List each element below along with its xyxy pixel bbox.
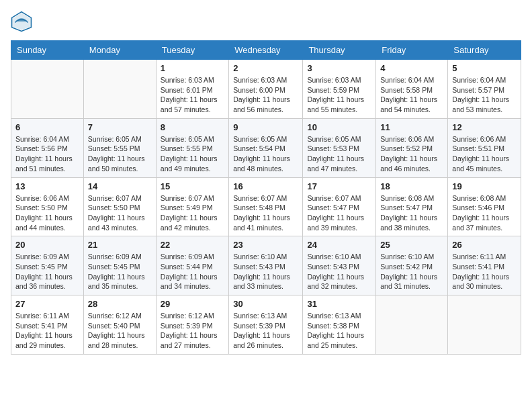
- calendar-cell: 6Sunrise: 6:04 AM Sunset: 5:56 PM Daylig…: [11, 118, 84, 177]
- calendar-cell: 9Sunrise: 6:05 AM Sunset: 5:54 PM Daylig…: [229, 118, 303, 177]
- calendar-week-1: 1Sunrise: 6:03 AM Sunset: 6:01 PM Daylig…: [11, 60, 521, 119]
- calendar-cell: 7Sunrise: 6:05 AM Sunset: 5:55 PM Daylig…: [83, 118, 156, 177]
- day-header-friday: Friday: [376, 41, 448, 60]
- cell-info: Sunrise: 6:10 AM Sunset: 5:43 PM Dayligh…: [233, 252, 298, 291]
- calendar-cell: [376, 295, 448, 355]
- cell-info: Sunrise: 6:04 AM Sunset: 5:56 PM Dayligh…: [15, 134, 79, 174]
- calendar-cell: 19Sunrise: 6:08 AM Sunset: 5:46 PM Dayli…: [448, 177, 521, 236]
- calendar-cell: 15Sunrise: 6:07 AM Sunset: 5:49 PM Dayli…: [156, 177, 228, 236]
- day-header-saturday: Saturday: [448, 41, 521, 60]
- day-number: 24: [307, 240, 371, 250]
- cell-info: Sunrise: 6:12 AM Sunset: 5:40 PM Dayligh…: [88, 311, 152, 351]
- cell-info: Sunrise: 6:10 AM Sunset: 5:43 PM Dayligh…: [307, 252, 371, 291]
- cell-info: Sunrise: 6:04 AM Sunset: 5:57 PM Dayligh…: [452, 75, 517, 115]
- day-number: 20: [15, 240, 79, 250]
- cell-info: Sunrise: 6:05 AM Sunset: 5:53 PM Dayligh…: [307, 134, 371, 174]
- day-number: 25: [380, 240, 443, 250]
- calendar-week-5: 27Sunrise: 6:11 AM Sunset: 5:41 PM Dayli…: [11, 295, 521, 355]
- calendar-body: 1Sunrise: 6:03 AM Sunset: 6:01 PM Daylig…: [11, 60, 521, 355]
- day-header-thursday: Thursday: [303, 41, 376, 60]
- cell-info: Sunrise: 6:09 AM Sunset: 5:45 PM Dayligh…: [88, 252, 152, 291]
- cell-info: Sunrise: 6:03 AM Sunset: 6:00 PM Dayligh…: [233, 75, 298, 115]
- cell-info: Sunrise: 6:08 AM Sunset: 5:46 PM Dayligh…: [452, 193, 517, 233]
- calendar-week-3: 13Sunrise: 6:06 AM Sunset: 5:50 PM Dayli…: [11, 177, 521, 236]
- cell-info: Sunrise: 6:12 AM Sunset: 5:39 PM Dayligh…: [161, 311, 224, 351]
- calendar-cell: 4Sunrise: 6:04 AM Sunset: 5:58 PM Daylig…: [376, 60, 448, 119]
- calendar-cell: [448, 295, 521, 355]
- day-number: 29: [161, 299, 224, 309]
- calendar-header: SundayMondayTuesdayWednesdayThursdayFrid…: [11, 41, 521, 60]
- logo-icon: [11, 11, 32, 32]
- cell-info: Sunrise: 6:06 AM Sunset: 5:52 PM Dayligh…: [380, 134, 443, 174]
- day-number: 11: [380, 122, 443, 132]
- cell-info: Sunrise: 6:03 AM Sunset: 6:01 PM Dayligh…: [161, 75, 224, 115]
- day-number: 31: [307, 299, 371, 309]
- day-number: 4: [380, 63, 443, 73]
- cell-info: Sunrise: 6:11 AM Sunset: 5:41 PM Dayligh…: [452, 252, 517, 291]
- day-number: 21: [88, 240, 152, 250]
- day-number: 19: [452, 181, 517, 191]
- calendar-cell: 28Sunrise: 6:12 AM Sunset: 5:40 PM Dayli…: [83, 295, 156, 355]
- cell-info: Sunrise: 6:07 AM Sunset: 5:50 PM Dayligh…: [88, 193, 152, 233]
- calendar-cell: 10Sunrise: 6:05 AM Sunset: 5:53 PM Dayli…: [303, 118, 376, 177]
- day-header-tuesday: Tuesday: [156, 41, 228, 60]
- cell-info: Sunrise: 6:11 AM Sunset: 5:41 PM Dayligh…: [15, 311, 79, 351]
- calendar-cell: 22Sunrise: 6:09 AM Sunset: 5:44 PM Dayli…: [156, 236, 228, 295]
- day-number: 17: [307, 181, 371, 191]
- calendar-cell: 24Sunrise: 6:10 AM Sunset: 5:43 PM Dayli…: [303, 236, 376, 295]
- calendar-table: SundayMondayTuesdayWednesdayThursdayFrid…: [11, 40, 521, 355]
- cell-info: Sunrise: 6:07 AM Sunset: 5:47 PM Dayligh…: [307, 193, 371, 233]
- cell-info: Sunrise: 6:13 AM Sunset: 5:38 PM Dayligh…: [307, 311, 371, 351]
- cell-info: Sunrise: 6:05 AM Sunset: 5:54 PM Dayligh…: [233, 134, 298, 174]
- calendar-cell: 3Sunrise: 6:03 AM Sunset: 5:59 PM Daylig…: [303, 60, 376, 119]
- day-number: 13: [15, 181, 79, 191]
- cell-info: Sunrise: 6:05 AM Sunset: 5:55 PM Dayligh…: [88, 134, 152, 174]
- day-number: 8: [161, 122, 224, 132]
- day-number: 5: [452, 63, 517, 73]
- calendar-cell: 30Sunrise: 6:13 AM Sunset: 5:39 PM Dayli…: [229, 295, 303, 355]
- cell-info: Sunrise: 6:03 AM Sunset: 5:59 PM Dayligh…: [307, 75, 371, 115]
- day-number: 26: [452, 240, 517, 250]
- day-number: 1: [161, 63, 224, 73]
- calendar-cell: 25Sunrise: 6:10 AM Sunset: 5:42 PM Dayli…: [376, 236, 448, 295]
- cell-info: Sunrise: 6:07 AM Sunset: 5:48 PM Dayligh…: [233, 193, 298, 233]
- day-header-monday: Monday: [83, 41, 156, 60]
- cell-info: Sunrise: 6:09 AM Sunset: 5:44 PM Dayligh…: [161, 252, 224, 291]
- day-number: 12: [452, 122, 517, 132]
- calendar-cell: 8Sunrise: 6:05 AM Sunset: 5:55 PM Daylig…: [156, 118, 228, 177]
- day-number: 16: [233, 181, 298, 191]
- cell-info: Sunrise: 6:06 AM Sunset: 5:50 PM Dayligh…: [15, 193, 79, 233]
- day-number: 18: [380, 181, 443, 191]
- day-number: 10: [307, 122, 371, 132]
- calendar-cell: 20Sunrise: 6:09 AM Sunset: 5:45 PM Dayli…: [11, 236, 84, 295]
- cell-info: Sunrise: 6:04 AM Sunset: 5:58 PM Dayligh…: [380, 75, 443, 115]
- day-number: 27: [15, 299, 79, 309]
- calendar-cell: [11, 60, 84, 119]
- calendar-cell: 21Sunrise: 6:09 AM Sunset: 5:45 PM Dayli…: [83, 236, 156, 295]
- day-number: 28: [88, 299, 152, 309]
- day-number: 15: [161, 181, 224, 191]
- calendar-cell: 23Sunrise: 6:10 AM Sunset: 5:43 PM Dayli…: [229, 236, 303, 295]
- calendar-cell: 5Sunrise: 6:04 AM Sunset: 5:57 PM Daylig…: [448, 60, 521, 119]
- calendar-cell: 2Sunrise: 6:03 AM Sunset: 6:00 PM Daylig…: [229, 60, 303, 119]
- day-number: 2: [233, 63, 298, 73]
- calendar-cell: 11Sunrise: 6:06 AM Sunset: 5:52 PM Dayli…: [376, 118, 448, 177]
- logo: [11, 11, 35, 32]
- calendar-cell: 16Sunrise: 6:07 AM Sunset: 5:48 PM Dayli…: [229, 177, 303, 236]
- cell-info: Sunrise: 6:09 AM Sunset: 5:45 PM Dayligh…: [15, 252, 79, 291]
- calendar-cell: [83, 60, 156, 119]
- day-number: 3: [307, 63, 371, 73]
- calendar-cell: 17Sunrise: 6:07 AM Sunset: 5:47 PM Dayli…: [303, 177, 376, 236]
- cell-info: Sunrise: 6:07 AM Sunset: 5:49 PM Dayligh…: [161, 193, 224, 233]
- day-number: 22: [161, 240, 224, 250]
- cell-info: Sunrise: 6:08 AM Sunset: 5:47 PM Dayligh…: [380, 193, 443, 233]
- day-header-wednesday: Wednesday: [229, 41, 303, 60]
- page-header: [11, 11, 521, 32]
- calendar-cell: 14Sunrise: 6:07 AM Sunset: 5:50 PM Dayli…: [83, 177, 156, 236]
- calendar-cell: 27Sunrise: 6:11 AM Sunset: 5:41 PM Dayli…: [11, 295, 84, 355]
- day-number: 7: [88, 122, 152, 132]
- calendar-week-2: 6Sunrise: 6:04 AM Sunset: 5:56 PM Daylig…: [11, 118, 521, 177]
- calendar-cell: 1Sunrise: 6:03 AM Sunset: 6:01 PM Daylig…: [156, 60, 228, 119]
- calendar-cell: 18Sunrise: 6:08 AM Sunset: 5:47 PM Dayli…: [376, 177, 448, 236]
- calendar-cell: 26Sunrise: 6:11 AM Sunset: 5:41 PM Dayli…: [448, 236, 521, 295]
